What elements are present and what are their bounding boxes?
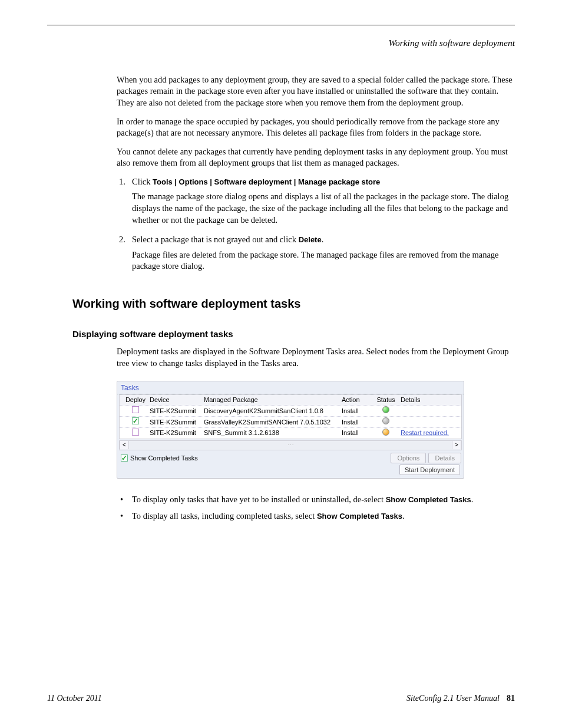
heading-2: Working with software deployment tasks (72, 296, 515, 312)
bullet-tail: . (471, 495, 474, 504)
deploy-checkbox[interactable] (132, 406, 139, 413)
footer-date: 11 October 2011 (47, 693, 102, 704)
table-row[interactable]: SITE-K2Summit GrassValleyK2SummitSANClie… (120, 417, 461, 428)
cell-details-link[interactable]: Restart required. (401, 429, 459, 437)
paragraph: Deployment tasks are displayed in the So… (117, 346, 515, 369)
delete-label: Delete (299, 235, 322, 244)
table-row[interactable]: SITE-K2Summit SNFS_Summit 3.1.2.6138 Ins… (120, 428, 461, 439)
cell-pkg: GrassValleyK2SummitSANClient 7.0.5.1032 (204, 418, 342, 427)
cell-action: Install (342, 429, 371, 437)
show-completed-label: Show Completed Tasks (130, 454, 198, 463)
bullet-bold: Show Completed Tasks (386, 495, 471, 504)
cell-device: SITE-K2Summit (150, 429, 204, 437)
col-action[interactable]: Action (342, 396, 371, 404)
deploy-checkbox[interactable] (132, 429, 139, 436)
cell-pkg: SNFS_Summit 3.1.2.6138 (204, 429, 342, 437)
top-rule (47, 25, 515, 25)
status-dot-orange (382, 429, 389, 436)
paragraph: You cannot delete any packages that curr… (117, 146, 515, 169)
tasks-title: Tasks (117, 381, 464, 394)
bullet-tail: . (402, 511, 405, 521)
cell-device: SITE-K2Summit (150, 407, 204, 416)
tasks-panel: Tasks Deploy Device Managed Package Acti… (117, 381, 464, 479)
col-pkg[interactable]: Managed Package (204, 396, 342, 404)
step-body: The manage package store dialog opens an… (132, 191, 515, 226)
paragraph: When you add packages to any deployment … (117, 74, 515, 109)
tasks-grid: Deploy Device Managed Package Action Sta… (119, 394, 462, 439)
cell-device: SITE-K2Summit (150, 418, 204, 427)
step-body: Package files are deleted from the packa… (132, 249, 515, 272)
menu-path: Tools | Options | Software deployment | … (153, 177, 380, 186)
step-item: 1. Click Tools | Options | Software depl… (128, 176, 515, 226)
page-footer: 11 October 2011 SiteConfig 2.1 User Manu… (47, 693, 515, 704)
cell-action: Install (342, 418, 371, 427)
scroll-right-icon[interactable]: > (452, 441, 461, 449)
step-item: 2. Select a package that is not grayed o… (128, 234, 515, 272)
list-item: • To display all tasks, including comple… (128, 510, 515, 522)
show-completed-checkbox[interactable] (121, 454, 128, 462)
footer-manual-name: SiteConfig (406, 694, 444, 703)
col-deploy[interactable]: Deploy (121, 396, 150, 404)
step-lead: Select a package that is not grayed out … (132, 235, 299, 244)
step-tail: . (322, 235, 324, 244)
cell-action: Install (342, 407, 371, 416)
footer-manual-rest: 2.1 User Manual (444, 694, 500, 703)
bullet-lead: To display only tasks that have yet to b… (132, 495, 386, 504)
cell-pkg: DiscoveryAgentK2SummitSanClient 1.0.8 (204, 407, 342, 416)
section-header: Working with software deployment (47, 37, 515, 50)
options-button[interactable]: Options (391, 453, 426, 464)
bullet-bold: Show Completed Tasks (317, 512, 402, 521)
page-number: 81 (507, 694, 515, 703)
col-status[interactable]: Status (371, 396, 401, 404)
status-dot-gray (382, 417, 389, 424)
grid-header: Deploy Device Managed Package Action Sta… (120, 395, 461, 406)
table-row[interactable]: SITE-K2Summit DiscoveryAgentK2SummitSanC… (120, 406, 461, 417)
step-lead: Click (132, 177, 153, 186)
scroll-left-icon[interactable]: < (120, 441, 129, 449)
bullet-lead: To display all tasks, including complete… (132, 511, 317, 521)
horizontal-scrollbar[interactable]: < ⋯ > (119, 440, 462, 450)
list-item: • To display only tasks that have yet to… (128, 494, 515, 506)
details-button[interactable]: Details (428, 453, 461, 464)
status-dot-green (382, 406, 389, 413)
start-deployment-button[interactable]: Start Deployment (399, 465, 460, 475)
col-device[interactable]: Device (150, 396, 204, 404)
col-details[interactable]: Details (401, 396, 459, 404)
deploy-checkbox[interactable] (132, 417, 139, 424)
paragraph: In order to manage the space occupied by… (117, 116, 515, 139)
heading-3: Displaying software deployment tasks (72, 328, 515, 340)
